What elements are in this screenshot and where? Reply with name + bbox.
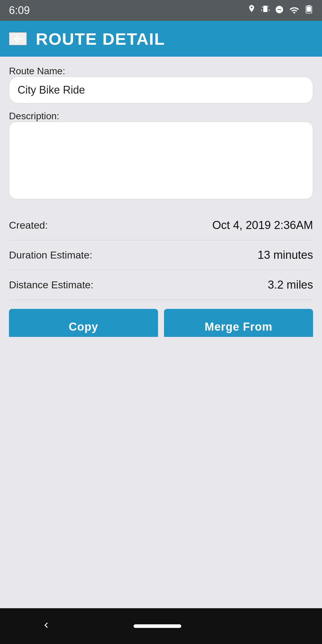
created-label: Created:	[9, 219, 48, 231]
vibrate-icon	[261, 4, 270, 17]
app-bar-title: ROUTE DETAIL	[36, 29, 165, 49]
svg-rect-2	[308, 5, 310, 6]
back-button[interactable]	[9, 32, 27, 45]
duration-row: Duration Estimate: 13 minutes	[9, 240, 313, 270]
status-icons	[247, 4, 313, 17]
do-not-disturb-icon	[275, 5, 284, 16]
system-back-button[interactable]	[41, 619, 52, 634]
status-time: 6:09	[9, 4, 30, 17]
content: Route Name: Description: Created: Oct 4,…	[0, 57, 322, 337]
duration-value: 13 minutes	[258, 249, 313, 261]
spacer	[0, 337, 322, 608]
buttons-row: Copy Merge From	[9, 309, 313, 337]
copy-button[interactable]: Copy	[9, 309, 158, 337]
home-indicator[interactable]	[134, 624, 181, 628]
distance-row: Distance Estimate: 3.2 miles	[9, 270, 313, 300]
bottom-nav	[0, 608, 322, 644]
merge-from-button[interactable]: Merge From	[164, 309, 313, 337]
duration-label: Duration Estimate:	[9, 249, 92, 261]
app-bar: ROUTE DETAIL	[0, 21, 322, 57]
route-name-label: Route Name:	[9, 66, 65, 76]
wifi-icon	[289, 5, 299, 16]
route-name-input[interactable]	[9, 77, 313, 103]
distance-label: Distance Estimate:	[9, 279, 93, 291]
info-section: Created: Oct 4, 2019 2:36AM Duration Est…	[9, 210, 313, 300]
created-row: Created: Oct 4, 2019 2:36AM	[9, 210, 313, 240]
description-textarea[interactable]	[9, 122, 313, 199]
location-icon	[247, 4, 256, 17]
description-label: Description:	[9, 111, 59, 121]
svg-rect-1	[307, 7, 311, 12]
created-value: Oct 4, 2019 2:36AM	[212, 219, 313, 232]
status-bar: 6:09	[0, 0, 322, 21]
battery-icon	[305, 4, 313, 17]
distance-value: 3.2 miles	[268, 278, 313, 291]
